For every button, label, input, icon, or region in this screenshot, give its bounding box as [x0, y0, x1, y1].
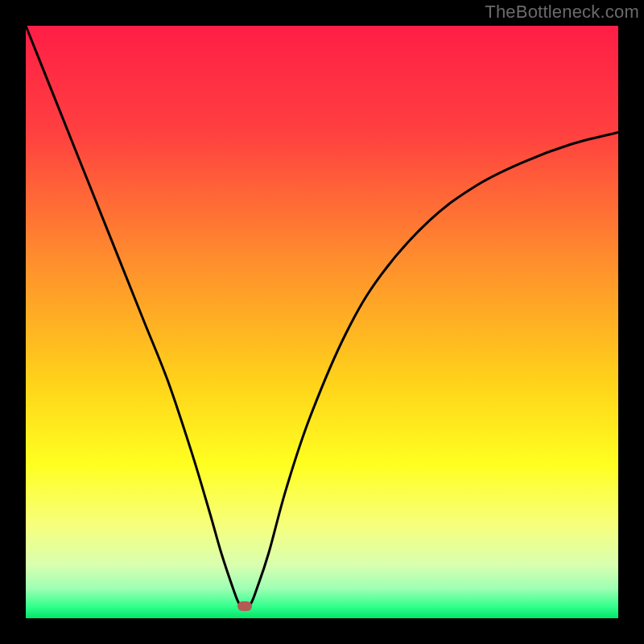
gradient-background — [26, 26, 618, 618]
minimum-marker — [237, 601, 252, 611]
plot-area — [26, 26, 618, 618]
chart-frame: TheBottleneck.com — [0, 0, 644, 644]
watermark-text: TheBottleneck.com — [485, 2, 639, 23]
